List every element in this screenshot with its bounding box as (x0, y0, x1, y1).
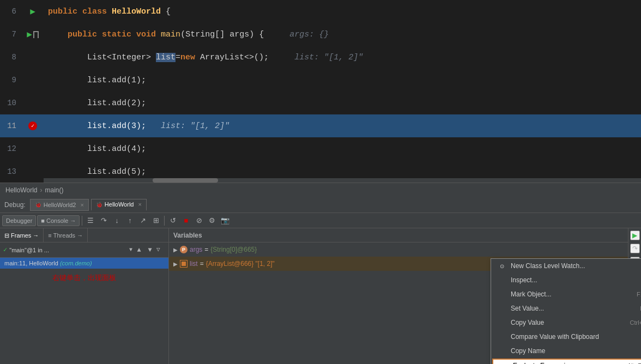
resume-button[interactable]: ☰ (84, 215, 96, 227)
menu-inspect[interactable]: Inspect... (491, 273, 641, 287)
var-icon-list-inner (182, 262, 186, 266)
debug-label: Debug: (4, 201, 26, 209)
run-arrow-6: ▶ (30, 6, 35, 17)
code-line-7: 7 ▶ public static void main(String[] arg… (0, 23, 641, 46)
mute-button[interactable]: ⊘ (193, 215, 205, 227)
step-into-button[interactable]: ↓ (111, 215, 123, 227)
menu-label-compare: Compare Value with Clipboard (511, 333, 641, 341)
variables-header: Variables (169, 228, 628, 242)
var-eq-args: = (204, 246, 208, 253)
gutter-7: ▶ (22, 29, 44, 40)
line-number-6: 6 (0, 7, 22, 16)
debugger-tab[interactable]: Debugger (2, 215, 36, 226)
code-editor: 6 ▶ public class HelloWorld { 7 ▶ public… (0, 0, 641, 183)
thread-prev-btn[interactable]: ▲ (135, 246, 143, 254)
step-over-button[interactable]: ↷ (98, 215, 110, 227)
code-content-9: list.add(1); (44, 76, 641, 85)
run-arrow-7: ▶ (27, 29, 32, 40)
var-expand-args[interactable]: ▶ (173, 247, 178, 253)
var-eq-list: = (200, 260, 204, 268)
gutter-11: ✓ (22, 122, 44, 130)
menu-shortcut-mark: F11 (637, 291, 641, 298)
code-line-6: 6 ▶ public class HelloWorld { (0, 0, 641, 23)
breakpoint-11[interactable]: ✓ (28, 122, 37, 130)
step-out-button[interactable]: ↑ (124, 215, 136, 227)
line-number-10: 10 (0, 99, 22, 107)
line-number-13: 13 (0, 167, 22, 176)
debug-panel: Debug: 🐞 HelloWorld2 × 🐞 HelloWorld × De… (0, 197, 641, 364)
side-step-over-btn[interactable]: ↷ (630, 244, 640, 253)
code-line-12: 12 list.add(4); (0, 137, 641, 160)
rerun-button[interactable]: ↺ (167, 215, 179, 227)
thread-selector: ✓ "main"@1 in ... ▼ ▲ ▼ ▽ (0, 242, 168, 258)
menu-label-copy: Copy Value (511, 319, 626, 326)
context-menu: ⊙ New Class Level Watch... Inspect... Ma… (491, 258, 641, 364)
debug-tabs-bar: Debug: 🐞 HelloWorld2 × 🐞 HelloWorld × (0, 197, 641, 213)
toolbar-sep-1 (82, 216, 82, 226)
code-content-7: public static void main(String[] args) {… (44, 30, 641, 39)
annotation-right-click: 右键单击，出现面板 (0, 269, 168, 287)
debug-tab-icon-2: 🐞 (96, 202, 102, 208)
settings-button[interactable]: ⚙ (206, 215, 218, 227)
line-number-12: 12 (0, 144, 22, 153)
menu-compare-clipboard[interactable]: Compare Value with Clipboard (491, 330, 641, 344)
var-value-args: {String[0]@665} (210, 246, 257, 253)
breadcrumb-method[interactable]: main() (45, 186, 63, 194)
frame-item-1[interactable]: main:11, HelloWorld (com.demo) (0, 258, 168, 269)
menu-label-mark: Mark Object... (511, 290, 632, 298)
code-line-10: 10 list.add(2); (0, 92, 641, 114)
console-tab[interactable]: ■ Console → (37, 215, 80, 226)
menu-copy-name[interactable]: Copy Name (491, 344, 641, 358)
var-expand-list[interactable]: ▶ (173, 261, 178, 267)
thread-check-icon: ✓ (3, 246, 7, 254)
breadcrumb-class[interactable]: HelloWorld (5, 186, 37, 194)
menu-set-value[interactable]: Set Value... F2 (491, 301, 641, 316)
frame-class: (com.demo) (60, 260, 92, 266)
debug-tab-helloworld[interactable]: 🐞 HelloWorld × (91, 199, 147, 211)
line-number-8: 8 (0, 53, 22, 62)
gutter-6: ▶ (22, 6, 44, 17)
debug-tab-label-2: HelloWorld (105, 201, 134, 208)
code-content-10: list.add(2); (44, 99, 641, 108)
hscrollbar-thumb[interactable] (153, 178, 218, 183)
menu-mark-object[interactable]: Mark Object... F11 (491, 287, 641, 301)
thread-next-btn[interactable]: ▼ (146, 246, 154, 254)
frames-label: Frames → (11, 232, 39, 239)
debug-tab-hellworld2[interactable]: 🐞 HelloWorld2 × (30, 199, 89, 211)
line-number-11: 11 (0, 122, 22, 130)
evaluate-button[interactable]: ⊞ (150, 215, 162, 227)
side-resume-btn[interactable]: ▶ (630, 230, 640, 240)
left-panel: ⊟ Frames → ≡ Threads → ✓ "main"@1 in ...… (0, 228, 169, 364)
variables-header-label: Variables (173, 232, 202, 239)
right-click-text: 右键单击，出现面板 (52, 274, 116, 282)
var-name-list: list (190, 260, 198, 268)
threads-tab[interactable]: ≡ Threads → (44, 228, 88, 242)
menu-label-new-class: New Class Level Watch... (511, 262, 641, 270)
code-line-8: 8 List<Integer> list=new ArrayList<>(); … (0, 46, 641, 69)
menu-label-inspect: Inspect... (511, 276, 641, 284)
stop-button[interactable]: ■ (180, 215, 192, 227)
menu-icon-evaluate: ⊞ (500, 361, 509, 364)
thread-dropdown-arrow[interactable]: ▼ (129, 247, 132, 253)
menu-label-evaluate: Evaluate Expression... (513, 362, 623, 364)
camera-button[interactable]: 📷 (219, 215, 231, 227)
debug-tab-close-1[interactable]: × (80, 202, 83, 208)
line-number-9: 9 (0, 76, 22, 84)
debug-tab-icon-1: 🐞 (35, 202, 41, 208)
menu-icon-set (498, 304, 506, 313)
menu-new-class-watch[interactable]: ⊙ New Class Level Watch... (491, 259, 641, 273)
hscrollbar[interactable] (44, 178, 641, 183)
menu-copy-value[interactable]: Copy Value Ctrl+C (491, 316, 641, 330)
code-line-11: 11 ✓ list.add(3); list: "[1, 2]" (0, 114, 641, 137)
debug-tab-close-2[interactable]: × (138, 201, 141, 208)
variable-args[interactable]: ▶ P args = {String[0]@665} (169, 242, 628, 257)
threads-label: Threads → (53, 232, 83, 239)
run-cursor-button[interactable]: ↗ (137, 215, 149, 227)
code-content-8: List<Integer> list=new ArrayList<>(); li… (44, 53, 641, 62)
menu-evaluate-expression[interactable]: ⊞ Evaluate Expression... Alt+F8 (492, 359, 641, 364)
threads-icon: ≡ (48, 232, 51, 239)
var-value-list: {ArrayList@666} "[1, 2]" (206, 260, 275, 268)
frames-tab[interactable]: ⊟ Frames → (0, 228, 44, 242)
thread-filter-btn[interactable]: ▽ (156, 246, 165, 254)
frame-location: main:11, HelloWorld (4, 260, 60, 266)
